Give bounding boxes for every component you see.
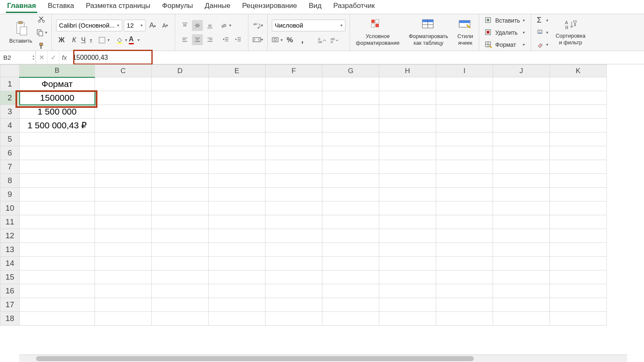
cell-E17[interactable] [209,298,266,312]
cell-H6[interactable] [379,146,436,160]
cell-J4[interactable] [493,119,550,133]
cell-C12[interactable] [95,229,152,243]
row-header-17[interactable]: 17 [0,298,20,312]
increase-decimal-button[interactable]: .0.00 [316,35,327,46]
cell-H17[interactable] [379,298,436,312]
cell-F15[interactable] [266,270,322,284]
cell-G17[interactable] [322,298,379,312]
cell-E8[interactable] [209,174,266,188]
cell-I1[interactable] [436,77,493,91]
cell-I18[interactable] [436,312,493,326]
cell-C14[interactable] [95,257,152,270]
cell-E12[interactable] [209,229,266,243]
cell-C13[interactable] [95,243,152,257]
conditional-formatting-button[interactable]: Условное форматирование [354,18,401,47]
cell-C9[interactable] [95,188,152,201]
font-name-combo[interactable]: Calibri (Основной...▾ [56,20,122,31]
cell-K3[interactable] [550,105,607,119]
cell-G3[interactable] [322,105,379,119]
cell-K10[interactable] [550,201,607,215]
cell-G2[interactable] [322,91,379,105]
cell-E4[interactable] [209,119,266,133]
column-header-F[interactable]: F [266,65,322,77]
cell-E16[interactable] [209,284,266,298]
cell-D18[interactable] [152,312,209,326]
cell-C1[interactable] [95,77,152,91]
cell-F5[interactable] [266,133,322,146]
sort-filter-button[interactable]: АЯ Сортировка и фильтр [554,18,587,46]
cell-K16[interactable] [550,284,607,298]
name-box-steppers[interactable]: ▴▾ [33,54,34,61]
row-header-14[interactable]: 14 [0,257,20,270]
row-header-16[interactable]: 16 [0,284,20,298]
cell-E1[interactable] [209,77,266,91]
cell-B13[interactable] [20,243,95,257]
cell-E5[interactable] [209,133,266,146]
cell-D6[interactable] [152,146,209,160]
tab-home[interactable]: Главная [6,2,37,13]
cell-J14[interactable] [493,257,550,270]
decrease-font-button[interactable]: A▾ [160,20,171,31]
cell-C11[interactable] [95,215,152,229]
cell-J13[interactable] [493,243,550,257]
column-header-D[interactable]: D [152,65,209,77]
cell-D2[interactable] [152,91,209,105]
row-header-15[interactable]: 15 [0,270,20,284]
cell-G13[interactable] [322,243,379,257]
cell-J2[interactable] [493,91,550,105]
cell-I2[interactable] [436,91,493,105]
cell-E14[interactable] [209,257,266,270]
cell-H18[interactable] [379,312,436,326]
cell-B4[interactable]: 1 500 000,43 ₽ [20,119,95,133]
fill-button[interactable]: ▾ [535,27,550,38]
tab-data[interactable]: Данные [204,2,232,12]
select-all-corner[interactable] [0,65,20,77]
row-header-4[interactable]: 4 [0,119,20,133]
cell-F6[interactable] [266,146,322,160]
column-header-E[interactable]: E [209,65,266,77]
row-header-18[interactable]: 18 [0,312,20,326]
column-header-G[interactable]: G [322,65,379,77]
cell-H3[interactable] [379,105,436,119]
cell-G11[interactable] [322,215,379,229]
cell-F13[interactable] [266,243,322,257]
cell-styles-button[interactable]: Стили ячеек [456,18,475,47]
tab-review[interactable]: Рецензирование [241,2,298,12]
row-header-3[interactable]: 3 [0,105,20,119]
cell-H4[interactable] [379,119,436,133]
cell-J8[interactable] [493,174,550,188]
cell-F3[interactable] [266,105,322,119]
cell-K2[interactable] [550,91,607,105]
cell-C10[interactable] [95,201,152,215]
cell-D17[interactable] [152,298,209,312]
cell-I13[interactable] [436,243,493,257]
format-as-table-button[interactable]: Форматировать как таблицу [407,18,450,47]
cell-D4[interactable] [152,119,209,133]
cell-C3[interactable] [95,105,152,119]
font-size-combo[interactable]: 12▾ [124,20,146,31]
cell-J16[interactable] [493,284,550,298]
cell-C5[interactable] [95,133,152,146]
cell-J12[interactable] [493,229,550,243]
cell-G5[interactable] [322,133,379,146]
cell-C4[interactable] [95,119,152,133]
cell-H15[interactable] [379,270,436,284]
bold-button[interactable]: Ж [56,35,67,46]
cell-G16[interactable] [322,284,379,298]
cell-F9[interactable] [266,188,322,201]
percent-button[interactable]: % [284,35,295,46]
cell-K9[interactable] [550,188,607,201]
tab-view[interactable]: Вид [307,2,323,12]
cell-J6[interactable] [493,146,550,160]
underline-button[interactable]: Ч ▾ [81,35,92,46]
cell-D16[interactable] [152,284,209,298]
cell-C8[interactable] [95,174,152,188]
column-header-C[interactable]: C [95,65,152,77]
cell-F7[interactable] [266,160,322,174]
cell-E2[interactable] [209,91,266,105]
cell-H9[interactable] [379,188,436,201]
cell-D7[interactable] [152,160,209,174]
delete-cells-button[interactable]: Удалить▾ [483,27,526,38]
cell-C15[interactable] [95,270,152,284]
copy-button[interactable]: ▾ [36,27,47,38]
